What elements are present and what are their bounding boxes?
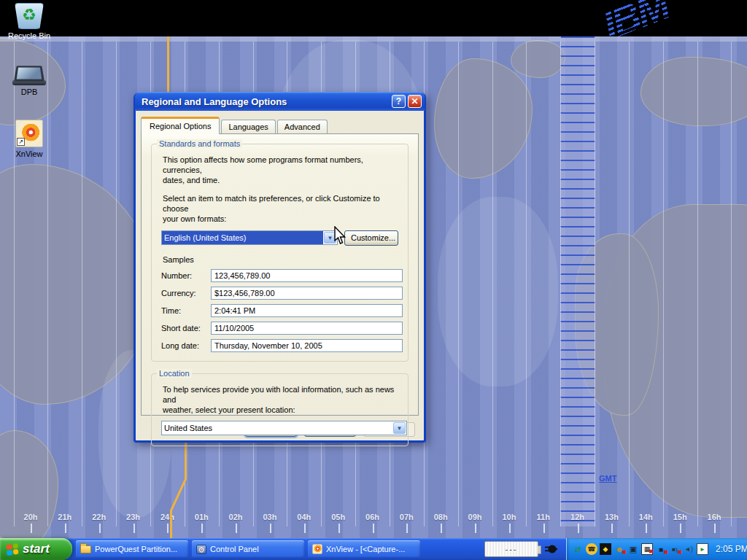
wireless-off-icon[interactable]: ■)✖ [669, 543, 681, 555]
sample-row-short-date: Short date: [161, 322, 398, 335]
display-switch-icon[interactable]: ► [697, 543, 708, 555]
sample-row-currency: Currency: [161, 287, 398, 300]
taskbar-task-powerquest[interactable]: PowerQuest Partition... [76, 540, 188, 558]
hour-label: 21h [49, 513, 81, 521]
hour-label: 10h [493, 513, 525, 521]
desktop: 20h21h22h23h24h01h02h03h04h05h06h07h08h0… [0, 0, 747, 560]
hour-label: 22h [83, 513, 115, 521]
samples-label: Samples [163, 255, 398, 264]
battery-gauge[interactable]: --- [484, 541, 538, 557]
dialer-icon[interactable]: ☎ [586, 543, 597, 555]
hour-tick [236, 524, 237, 533]
windows-flag-icon [7, 542, 19, 555]
ibm-logo: IBM [597, 0, 674, 36]
xnview-icon: ↗ [0, 120, 58, 147]
system-tray: ⇄☎◆☻✖▣▦✖■✖■)✖◄)► 2:05 PM [566, 538, 747, 560]
start-button[interactable]: start [0, 538, 72, 560]
taskbar-clock[interactable]: 2:05 PM [716, 544, 747, 554]
tab-advanced[interactable]: Advanced [277, 120, 328, 133]
hour-label: 07h [390, 513, 422, 521]
desktop-icon-recycle-bin[interactable]: ♻ Recycle Bin [0, 3, 58, 40]
hour-tick [441, 524, 442, 533]
hour-tick [646, 524, 647, 533]
tab-languages[interactable]: Languages [221, 120, 275, 133]
timezone-gridline [492, 42, 493, 526]
timezone-gridline [14, 42, 15, 526]
hour-label: 09h [459, 513, 491, 521]
sample-row-time: Time: [161, 304, 398, 317]
recycle-bin-icon: ♻ [0, 3, 58, 29]
desktop-icon-label: XnView [0, 149, 58, 158]
wallpaper-horizon-strip [0, 36, 747, 42]
warning-diamond-icon[interactable]: ◆ [600, 543, 611, 555]
desktop-icon-dpb[interactable]: DPB [0, 64, 58, 96]
hour-label: 08h [425, 513, 457, 521]
sample-row-long-date: Long date: [161, 339, 398, 352]
current-time-line [164, 443, 190, 538]
users-offline-icon[interactable]: ☻✖ [614, 543, 625, 555]
location-combobox[interactable]: United States ▼ [161, 421, 407, 435]
long-date-sample-field[interactable] [211, 339, 403, 352]
hour-tick [65, 524, 66, 533]
tab-regional-options[interactable]: Regional Options [141, 117, 220, 134]
hour-tick [373, 524, 374, 533]
taskbar-task-control-panel[interactable]: ⚙ Control Panel [192, 540, 304, 558]
customize-button[interactable]: Customize... [344, 230, 398, 246]
taskbar-task-xnview[interactable]: XnView - [<Capture-... [308, 540, 420, 558]
xnview-icon [312, 544, 322, 554]
hour-label: 12h [562, 513, 594, 521]
timezone-gridline [47, 42, 48, 526]
language-format-combobox[interactable]: English (United States) ▼ [161, 230, 338, 245]
time-sample-field[interactable] [211, 304, 403, 317]
timezone-gridline [697, 42, 698, 526]
sync-icon[interactable]: ⇄ [572, 543, 584, 555]
language-format-value: English (United States) [162, 231, 323, 244]
hour-tick [509, 524, 511, 533]
top-banner: IBM [0, 0, 747, 36]
timezone-gridline [663, 42, 664, 526]
desktop-icon-xnview[interactable]: ↗ XnView [0, 120, 58, 158]
hour-tick [270, 524, 271, 533]
dialog-title: Regional and Language Options [142, 96, 390, 107]
offline-x-badge: ✖ [677, 549, 682, 556]
hour-tick [99, 524, 101, 533]
close-icon[interactable]: ✕ [408, 95, 422, 108]
hour-tick [543, 524, 545, 533]
hour-label: 16h [698, 513, 730, 521]
sample-label: Currency: [161, 289, 211, 298]
hour-tick [406, 524, 408, 533]
shortcut-arrow-icon: ↗ [17, 138, 25, 146]
offline-x-badge: ✖ [649, 548, 654, 555]
timezone-gridline [526, 42, 527, 526]
standards-and-formats-group: Standards and formats This option affect… [151, 144, 409, 362]
network-computers-icon[interactable]: ▣ [627, 543, 639, 555]
hour-tick [475, 524, 476, 533]
number-sample-field[interactable] [211, 269, 403, 282]
location-group: Location To help services provide you wi… [151, 373, 409, 446]
desktop-icon-label: DPB [0, 88, 58, 96]
currency-sample-field[interactable] [211, 287, 403, 300]
hour-tick [714, 524, 716, 533]
volume-icon[interactable]: ◄) [683, 543, 694, 555]
sample-label: Long date: [161, 341, 211, 350]
landmass [511, 40, 565, 78]
hour-tick [338, 524, 340, 533]
sample-label: Short date: [161, 324, 211, 332]
power-plug-icon[interactable] [545, 543, 557, 555]
chevron-down-icon[interactable]: ▼ [393, 422, 406, 434]
timezone-gridline [458, 42, 459, 526]
task-label: XnView - [<Capture-... [326, 545, 405, 553]
short-date-sample-field[interactable] [211, 322, 403, 335]
landmass [434, 58, 533, 179]
timezone-gridline [560, 42, 561, 526]
current-time-line [167, 36, 169, 93]
dialog-titlebar[interactable]: Regional and Language Options ? ✕ [135, 92, 425, 111]
standards-description: This option affects how some programs fo… [163, 155, 398, 185]
gmt-label: GMT [599, 474, 616, 483]
computer-offline-icon[interactable]: ■✖ [655, 543, 667, 555]
taskbar: start PowerQuest Partition... ⚙ Control … [0, 538, 747, 560]
hour-label: 15h [664, 513, 696, 521]
folder-icon [80, 545, 91, 553]
help-icon[interactable]: ? [392, 95, 406, 108]
capture-app-icon[interactable]: ▦✖ [641, 543, 653, 555]
